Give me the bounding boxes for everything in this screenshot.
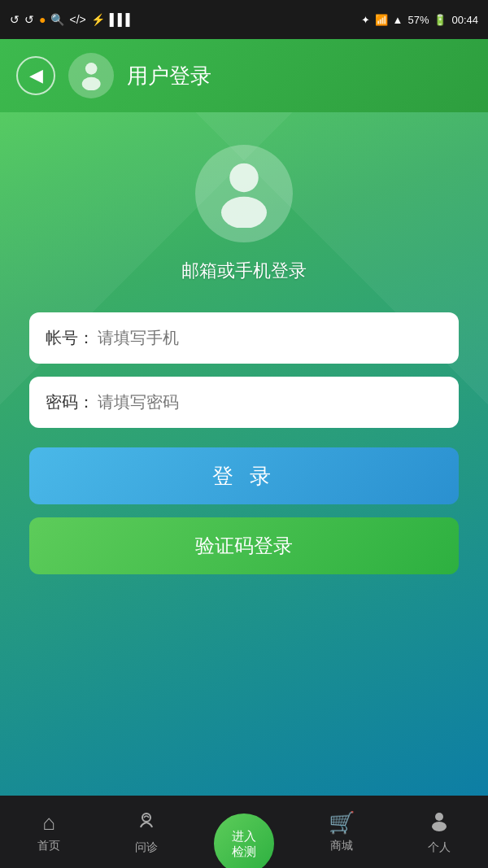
home-icon: ⌂ [42,810,55,835]
consult-icon [135,809,158,837]
status-right: ✦ 📶 ▲ 57% 🔋 00:44 [361,14,478,26]
svg-point-0 [85,63,98,75]
login-button[interactable]: 登 录 [29,447,459,504]
battery-icon: 🔋 [434,14,447,26]
svg-point-2 [229,164,258,192]
nav-item-shop[interactable]: 🛒 商城 [309,810,374,853]
code-icon: </> [69,13,85,26]
password-label: 密码： [46,391,94,413]
password-input[interactable] [98,393,442,412]
nav-item-consult[interactable]: 问诊 [114,809,179,855]
nav-label-detect: 进入检测 [232,828,256,860]
nav-item-profile[interactable]: 个人 [407,809,472,855]
nav-label-consult: 问诊 [135,840,158,855]
bluetooth-icon: ✦ [361,14,370,26]
svg-point-1 [82,77,101,91]
back-icon: ◀ [29,65,43,86]
header-avatar [68,53,114,98]
svg-point-5 [435,813,443,821]
app-icon-1: ↺ [10,13,20,26]
header: ◀ 用户登录 [0,39,488,112]
account-input[interactable] [98,329,442,347]
main-content: 邮箱或手机登录 帐号： 密码： 登 录 验证码登录 [0,112,488,796]
time: 00:44 [451,14,478,26]
user-avatar-large [195,145,293,242]
battery-text: 57% [407,14,429,26]
nav-item-detect[interactable]: 进入检测 [211,796,277,868]
barcode-icon: ▌▌▌ [110,13,134,26]
status-bar: ↺ ↺ ● 🔍 </> ⚡ ▌▌▌ ✦ 📶 ▲ 57% 🔋 00:44 [0,0,488,39]
user-icon-header [76,61,106,90]
profile-icon [428,809,451,837]
nav-label-profile: 个人 [428,840,451,855]
detect-circle: 进入检测 [211,811,277,868]
page-title: 用户登录 [127,62,211,90]
nav-item-home[interactable]: ⌂ 首页 [16,810,81,853]
password-input-group: 密码： [29,377,459,428]
app-icon-3: ● [39,13,46,26]
search-icon: 🔍 [50,13,64,26]
account-input-group: 帐号： [29,312,459,364]
wifi-icon: 📶 [375,14,388,26]
signal-icon: ▲ [393,14,403,26]
svg-point-4 [142,813,150,822]
svg-point-6 [432,822,447,831]
usb-icon: ⚡ [91,13,105,26]
app-icon-2: ↺ [24,13,34,26]
verify-login-button[interactable]: 验证码登录 [29,517,459,574]
shop-icon: 🛒 [329,810,355,835]
login-subtitle: 邮箱或手机登录 [181,259,307,283]
svg-point-3 [221,197,267,228]
back-button[interactable]: ◀ [16,56,55,95]
status-left: ↺ ↺ ● 🔍 </> ⚡ ▌▌▌ [10,13,133,26]
nav-label-shop: 商城 [330,839,353,853]
bottom-nav: ⌂ 首页 问诊 进入检测 🛒 商城 个人 [0,796,488,868]
user-icon-large [210,159,278,228]
account-label: 帐号： [46,327,94,349]
nav-label-home: 首页 [37,839,60,853]
